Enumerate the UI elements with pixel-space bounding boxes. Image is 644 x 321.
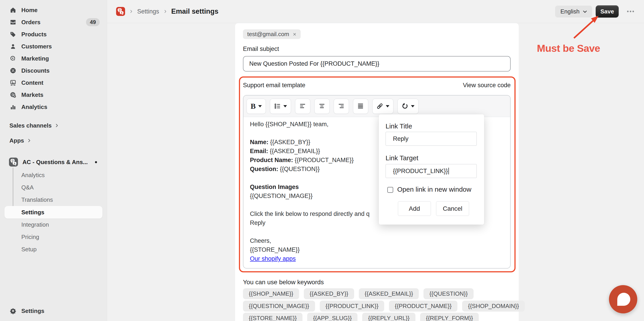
shopify-apps-link[interactable]: Our shopify apps (250, 255, 296, 262)
keyword-chip[interactable]: {{REPLY_FORM}} (420, 313, 479, 321)
bold-icon: B (250, 102, 256, 110)
cancel-link-button[interactable]: Cancel (436, 201, 469, 216)
open-new-window-checkbox[interactable] (387, 187, 393, 193)
add-link-button[interactable]: Add (398, 201, 431, 216)
caret-down-icon (411, 105, 414, 107)
svg-text:A: A (121, 12, 122, 14)
sidebar-item-label: Analytics (21, 104, 48, 111)
chevron-right-icon (163, 9, 168, 14)
editor-text-run: Email: (250, 148, 268, 155)
editor-text-run: Question: (250, 166, 278, 172)
sidebar-item-home[interactable]: Home (0, 4, 107, 16)
customers-icon (10, 43, 16, 50)
keyword-row: {{QUESTION_IMAGE}}{{PRODUCT_LINK}}{{PROD… (243, 301, 525, 312)
keyword-chip[interactable]: {{REPLY_URL}} (362, 313, 416, 321)
qa-app-icon: QA (9, 158, 18, 166)
keyword-chip[interactable]: {{ASKED_EMAIL}} (359, 288, 419, 299)
sidebar-item-customers[interactable]: Customers (0, 40, 107, 52)
link-target-label: Link Target (386, 154, 418, 162)
app-subnav-item-pricing[interactable]: Pricing (0, 231, 107, 243)
editor-text-run: {{ASKED_BY}} (268, 139, 310, 146)
discounts-icon (10, 67, 16, 74)
svg-text:$: $ (14, 95, 15, 98)
toolbar-align-justify-button[interactable] (353, 99, 368, 114)
sidebar-item-analytics[interactable]: Analytics (0, 101, 107, 113)
view-source-code-link[interactable]: View source code (463, 82, 510, 89)
app-subnav-item-translations[interactable]: Translations (0, 194, 107, 206)
email-subject-label: Email subject (243, 45, 279, 52)
email-subject-input[interactable] (243, 56, 510, 71)
link-icon (376, 103, 383, 110)
close-icon[interactable] (292, 32, 297, 37)
chevron-right-icon (129, 9, 134, 14)
app-subnav: AnalyticsQ&ATranslationsSettingsIntegrat… (0, 169, 107, 256)
sidebar-item-products[interactable]: Products (0, 28, 107, 40)
sidebar-item-label: Orders (21, 19, 40, 26)
sidebar-item-label: Discounts (21, 67, 50, 74)
toolbar-undo-button[interactable] (398, 99, 418, 114)
sidebar-item-settings-footer[interactable]: Settings (0, 305, 107, 318)
toolbar-bullet-list-button[interactable] (270, 99, 291, 114)
keywords-title: You can use below keywords (243, 279, 324, 286)
caret-down-icon (386, 105, 389, 107)
app-subnav-item-settings[interactable]: Settings (4, 206, 102, 219)
app-subnav-item-setup[interactable]: Setup (0, 243, 107, 256)
link-title-label: Link Title (386, 122, 412, 130)
orders-icon (10, 19, 16, 26)
keyword-chip[interactable]: {{PRODUCT_NAME}} (389, 301, 458, 312)
recipient-email-chip[interactable]: test@gmail.com (243, 29, 301, 39)
sidebar-item-sales-channels[interactable]: Sales channels (0, 120, 107, 132)
keyword-chip[interactable]: {{QUESTION_IMAGE}} (243, 301, 315, 312)
toolbar-bold-button[interactable]: B (246, 99, 266, 114)
sidebar-item-content[interactable]: Content (0, 77, 107, 89)
sidebar-item-marketing[interactable]: Marketing (0, 52, 107, 65)
link-title-input[interactable] (386, 132, 477, 146)
keyword-chip[interactable]: {{PRODUCT_LINK}} (320, 301, 384, 312)
chat-launcher-button[interactable] (609, 285, 637, 313)
keyword-chip[interactable]: {{APP_SLUG}} (307, 313, 358, 321)
toolbar-align-left-button[interactable] (295, 99, 310, 114)
template-section-title: Support email template (243, 82, 306, 89)
caret-down-icon (258, 105, 262, 107)
sidebar-item-markets[interactable]: $Markets (0, 89, 107, 101)
qa-app-icon: QA (116, 7, 125, 16)
app-subnav-item-q-a[interactable]: Q&A (0, 181, 107, 194)
editor-text-run: Name: (250, 139, 268, 146)
toolbar-align-center-button[interactable] (314, 99, 330, 114)
app-subnav-item-analytics[interactable]: Analytics (0, 169, 107, 181)
language-select-button[interactable]: English (555, 5, 592, 17)
insert-link-popup: Link Title Link Target {{PRODUCT_LINK}} … (379, 114, 484, 225)
breadcrumb-settings-link[interactable]: Settings (137, 8, 159, 15)
toolbar-align-right-button[interactable] (334, 99, 349, 114)
app-subnav-item-integration[interactable]: Integration (0, 219, 107, 231)
sidebar-item-label: Home (21, 7, 38, 14)
toolbar-link-button[interactable] (372, 99, 394, 114)
keyword-chip[interactable]: {{QUESTION}} (424, 288, 474, 299)
keyword-chip[interactable]: {{STORE_NAME}} (243, 313, 302, 321)
sidebar-item-orders[interactable]: Orders49 (0, 16, 107, 28)
link-target-input[interactable]: {{PRODUCT_LINK}} (386, 164, 477, 178)
keyword-chip[interactable]: {{SHOP_DOMAIN}} (462, 301, 525, 312)
sales-channels-label: Sales channels (10, 122, 52, 129)
align-left-icon (299, 103, 306, 110)
page-header: QA Settings Email settings English Save (107, 0, 644, 23)
keyword-row: {{STORE_NAME}}{{APP_SLUG}}{{REPLY_URL}}{… (243, 313, 479, 321)
editor-text-run: {{QUESTION}} (278, 166, 320, 172)
home-icon (10, 6, 16, 14)
editor-text-run: Product Name: (250, 157, 293, 163)
editor-text-run: {{STORE_NAME}} (250, 246, 300, 253)
sidebar-item-qa-app[interactable]: QA AC - Questions & Ans... (0, 155, 107, 169)
open-new-window-label: Open link in new window (397, 186, 471, 193)
svg-text:A: A (14, 162, 15, 165)
sidebar-item-discounts[interactable]: Discounts (0, 65, 107, 77)
keyword-chip[interactable]: {{ASKED_BY}} (304, 288, 354, 299)
chevron-right-icon (27, 138, 32, 143)
save-button[interactable]: Save (596, 5, 619, 17)
editor-text-run: {{PRODUCT_NAME}} (293, 157, 354, 163)
editor-text-run: {{QUESTION_IMAGE}} (250, 192, 312, 199)
overflow-menu-button[interactable] (626, 8, 635, 15)
keyword-chip[interactable]: {{SHOP_NAME}} (243, 288, 299, 299)
editor-text-run: Question Images (250, 183, 299, 190)
sidebar-item-apps[interactable]: Apps (0, 135, 107, 147)
marketing-icon (10, 55, 16, 62)
